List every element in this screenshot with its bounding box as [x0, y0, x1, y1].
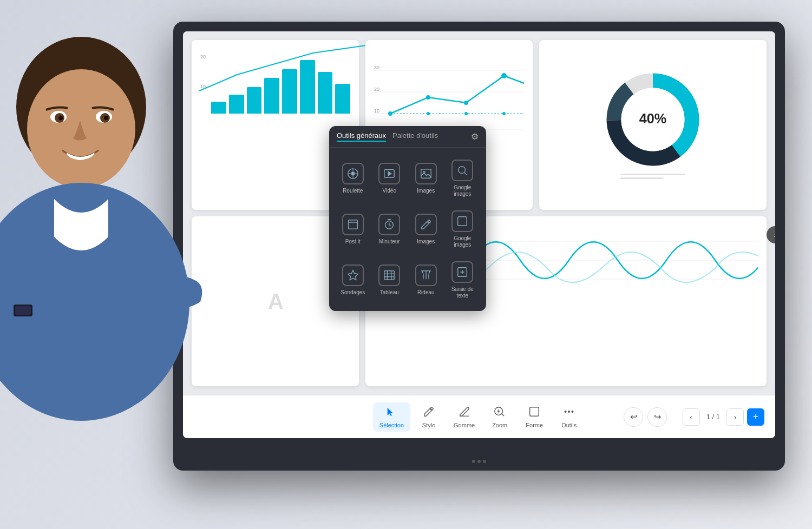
tool-saisie[interactable]: Saisie de texte	[444, 255, 481, 306]
page-indicator: 1 / 1	[703, 413, 723, 421]
tool-rideau[interactable]: Rideau	[408, 255, 444, 306]
donut-svg: 40%	[604, 71, 702, 168]
tool-images2[interactable]: Images	[408, 204, 444, 255]
svg-point-16	[427, 112, 430, 115]
screen-content: 20 10	[183, 31, 775, 438]
tool-panel-tabs: Outils généraux Palette d'outils	[337, 131, 438, 142]
svg-rect-47	[458, 217, 467, 226]
svg-text:10: 10	[374, 108, 379, 114]
tab-general[interactable]: Outils généraux	[337, 131, 386, 142]
svg-marker-40	[388, 171, 391, 175]
toolbar-selection[interactable]: Sélection	[373, 402, 410, 432]
person-overlay	[0, 21, 271, 529]
rideau-label: Rideau	[417, 289, 435, 296]
images-label: Images	[417, 188, 435, 194]
tool-panel[interactable]: Outils généraux Palette d'outils ⚙	[329, 126, 486, 311]
svg-rect-45	[349, 220, 358, 229]
svg-point-70	[58, 116, 63, 120]
monitor-dot-2	[477, 460, 481, 463]
minuteur-icon	[378, 214, 400, 235]
tool-google-images[interactable]: Google images	[444, 153, 481, 204]
rideau-icon	[415, 264, 437, 286]
toolbar-stylo[interactable]: Stylo	[412, 402, 445, 432]
tool-roulette[interactable]: Roulette	[335, 153, 371, 204]
donut-percent-text: 40%	[639, 111, 666, 126]
bar-5	[282, 69, 297, 114]
toolbar-zoom[interactable]: Zoom	[483, 402, 516, 432]
bar-8	[335, 84, 350, 114]
svg-point-43	[459, 167, 466, 174]
post-it-label: Post it	[345, 239, 361, 245]
saisie-icon	[451, 261, 473, 283]
monitor-dot-3	[483, 460, 486, 463]
roulette-label: Roulette	[343, 188, 363, 194]
toolbar-tools-group: Sélection Stylo	[373, 402, 585, 432]
svg-rect-56	[530, 407, 539, 416]
person-svg	[0, 21, 260, 529]
outils-label: Outils	[561, 422, 577, 428]
google-images2-icon	[451, 210, 473, 232]
svg-point-71	[104, 116, 108, 120]
svg-point-11	[501, 73, 507, 78]
svg-point-57	[565, 411, 566, 412]
tool-sondages[interactable]: Sondages	[335, 255, 371, 306]
toolbar-nav: ‹ 1 / 1 › +	[683, 408, 764, 426]
gomme-label: Gomme	[454, 422, 475, 428]
redo-button[interactable]: ↪	[647, 407, 667, 427]
donut-line-1	[620, 174, 685, 175]
zoom-icon	[494, 406, 506, 420]
undo-button[interactable]: ↩	[624, 407, 643, 427]
images2-label: Images	[417, 239, 435, 245]
video-label: Vidéo	[383, 188, 396, 194]
outils-icon	[563, 406, 575, 420]
svg-point-9	[426, 95, 430, 100]
svg-point-38	[351, 172, 355, 175]
stylo-icon	[423, 406, 435, 420]
bar-7	[318, 72, 333, 114]
donut-chart-card: 40%	[539, 40, 767, 210]
toolbar-forme[interactable]: Forme	[518, 402, 551, 432]
stylo-label: Stylo	[422, 422, 435, 428]
add-page-button[interactable]: +	[747, 408, 764, 426]
monitor-screen: 20 10	[183, 31, 775, 438]
svg-point-18	[502, 112, 506, 115]
toolbar-gomme[interactable]: Gomme	[447, 402, 481, 432]
images2-icon	[415, 214, 437, 235]
line-chart-svg: 30 20 10	[374, 49, 524, 135]
svg-point-59	[572, 411, 573, 412]
sondages-label: Sondages	[340, 289, 365, 296]
tool-video[interactable]: Vidéo	[371, 153, 408, 204]
prev-page-button[interactable]: ‹	[683, 408, 700, 426]
svg-line-44	[464, 173, 467, 175]
saisie-label: Saisie de texte	[448, 286, 478, 299]
tool-minuteur[interactable]: Minuteur	[371, 204, 408, 255]
tool-images[interactable]: Images	[408, 153, 444, 204]
tool-google-images2[interactable]: Google images	[444, 204, 481, 255]
svg-point-15	[389, 112, 392, 115]
toolbar: Sélection Stylo	[183, 395, 775, 438]
settings-icon[interactable]: ⚙	[471, 131, 479, 142]
tool-panel-header: Outils généraux Palette d'outils ⚙	[329, 126, 486, 148]
video-icon	[378, 163, 400, 184]
tool-post-it[interactable]: Post it	[335, 204, 371, 255]
scene: 20 10	[0, 0, 812, 529]
tableau-icon	[378, 264, 400, 286]
tab-palette[interactable]: Palette d'outils	[392, 131, 438, 142]
tool-grid: Roulette Vidéo	[329, 148, 486, 311]
selection-label: Sélection	[379, 422, 404, 428]
tool-tableau[interactable]: Tableau	[371, 255, 408, 306]
monitor-dot-1	[472, 460, 475, 463]
svg-text:20: 20	[374, 87, 379, 92]
forme-icon	[528, 406, 540, 420]
donut-line-2	[620, 177, 664, 179]
donut-wrapper: 40%	[604, 71, 702, 168]
google-images-label: Google images	[448, 184, 478, 197]
roulette-icon	[342, 163, 364, 184]
toolbar-outils[interactable]: Outils	[553, 402, 585, 432]
svg-point-17	[464, 112, 468, 115]
svg-line-55	[501, 413, 504, 416]
svg-point-58	[568, 411, 570, 412]
next-page-button[interactable]: ›	[726, 408, 744, 426]
forme-label: Forme	[526, 422, 543, 428]
svg-text:30: 30	[374, 65, 379, 70]
